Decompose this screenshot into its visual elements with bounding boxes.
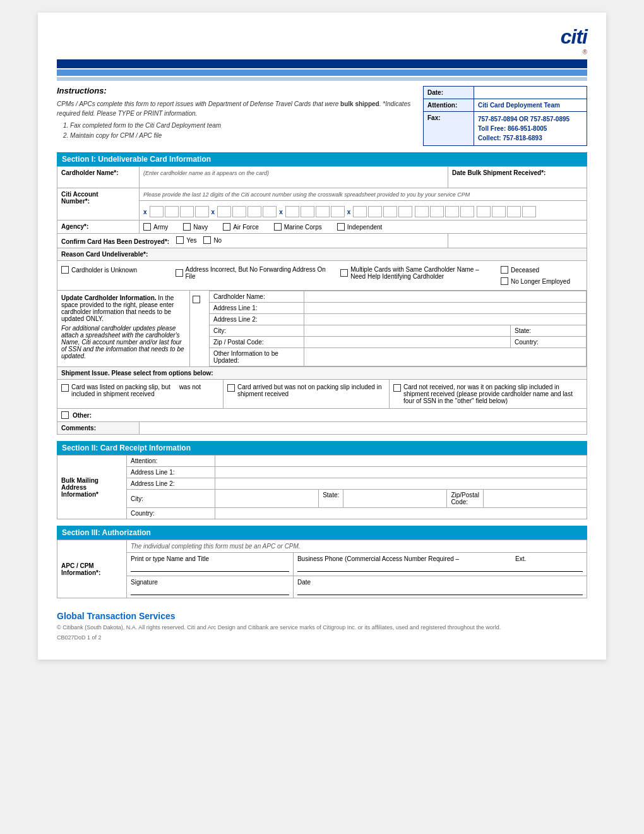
bulk-addr1-value[interactable]: [215, 467, 587, 478]
zip-country-update-row: Zip / Postal Code: Country:: [210, 337, 587, 348]
instructions-title: Instructions:: [57, 86, 417, 95]
confirm-filler: [448, 234, 587, 248]
account-box-13[interactable]: [353, 206, 367, 217]
city-value[interactable]: [304, 325, 510, 336]
phone-value-line[interactable]: [297, 571, 583, 572]
reason-deceased[interactable]: Deceased: [501, 266, 578, 274]
bulk-city-label: City:: [127, 490, 215, 508]
no-option[interactable]: No: [203, 236, 222, 244]
yes-checkbox[interactable]: [176, 236, 184, 244]
update-checkbox[interactable]: [193, 296, 200, 303]
account-box-4[interactable]: [195, 206, 209, 217]
zip-value[interactable]: [304, 337, 510, 348]
date-bulk-input[interactable]: [452, 176, 583, 185]
reason-unknown-checkbox[interactable]: [61, 266, 69, 274]
attention-value: Citi Card Deployment Team: [474, 99, 587, 111]
no-checkbox[interactable]: [203, 236, 211, 244]
reason-address[interactable]: Address Incorrect, But No Forwarding Add…: [176, 266, 330, 280]
reason-nolonger[interactable]: No Longer Employed: [501, 277, 578, 285]
shipment-opt3-checkbox[interactable]: [393, 384, 401, 392]
other-container: Other:: [61, 411, 583, 419]
addr1-value[interactable]: [304, 303, 587, 314]
date-value[interactable]: [474, 87, 587, 99]
reason-unknown[interactable]: Cardholder is Unknown: [61, 266, 164, 274]
account-box-11[interactable]: [316, 206, 330, 217]
section2-header: Section II: Card Receipt Information: [57, 441, 587, 455]
account-box-3[interactable]: [180, 206, 194, 217]
account-box-17[interactable]: [415, 206, 429, 217]
bulk-state-value[interactable]: [343, 490, 446, 507]
other-checkbox[interactable]: [61, 411, 69, 419]
marines-checkbox[interactable]: [274, 223, 282, 231]
yes-option[interactable]: Yes: [176, 236, 196, 244]
other-info-value[interactable]: [304, 348, 587, 366]
other-row: Other:: [57, 409, 587, 422]
account-box-7[interactable]: [247, 206, 261, 217]
cn-label: Cardholder Name:: [210, 291, 304, 303]
account-box-10[interactable]: [301, 206, 314, 217]
account-box-9[interactable]: [285, 206, 299, 217]
cardholder-name-input[interactable]: [143, 176, 444, 185]
account-box-16[interactable]: [398, 206, 412, 217]
navy-checkbox[interactable]: [183, 223, 191, 231]
bulk-addr2-value[interactable]: [215, 478, 587, 490]
reason-multiple-checkbox[interactable]: [340, 269, 348, 277]
auth-date-line[interactable]: [297, 595, 583, 595]
footer-title: Global Transaction Services: [57, 611, 587, 621]
reason-header-cell: Reason Card Undeliverable*:: [57, 248, 587, 261]
account-box-1[interactable]: [150, 206, 164, 217]
shipment-opt1-checkbox[interactable]: [61, 384, 69, 392]
bulk-addr2-row: Address Line 2:: [57, 478, 587, 490]
independent-checkbox[interactable]: [337, 223, 345, 231]
signature-line[interactable]: [131, 595, 289, 595]
shipment-options-container: Card was listed on packing slip, but was…: [57, 380, 587, 408]
account-box-12[interactable]: [331, 206, 345, 217]
airforce-option[interactable]: Air Force: [223, 223, 259, 231]
section1-table: Cardholder Name*: (Enter cardholder name…: [57, 166, 587, 435]
country-label-value: Country:: [510, 337, 586, 348]
marines-option[interactable]: Marine Corps: [274, 223, 322, 231]
section3-table: APC / CPM Information*: The individual c…: [57, 540, 587, 598]
account-box-19[interactable]: [445, 206, 459, 217]
account-box-6[interactable]: [232, 206, 246, 217]
account-boxes-cell: x x x: [140, 201, 587, 221]
comments-value[interactable]: [140, 422, 587, 435]
cn-value[interactable]: [304, 291, 587, 303]
city-state-value: State:: [304, 325, 587, 337]
bulk-city-value[interactable]: [215, 490, 318, 507]
update-checkbox-cell: [190, 291, 209, 366]
city-label: City:: [210, 325, 304, 337]
zip-postal-value[interactable]: [483, 490, 587, 507]
account-box-24[interactable]: [522, 206, 536, 217]
account-box-5[interactable]: [217, 206, 231, 217]
update-description: Update Cardholder Information. In the sp…: [57, 291, 190, 366]
account-box-22[interactable]: [492, 206, 506, 217]
navy-option[interactable]: Navy: [183, 223, 208, 231]
name-title-signature-line[interactable]: [131, 571, 289, 572]
account-box-2[interactable]: [165, 206, 179, 217]
account-box-23[interactable]: [507, 206, 521, 217]
bulk-addr1-label: Address Line 1:: [127, 467, 215, 478]
account-box-8[interactable]: [263, 206, 277, 217]
account-box-14[interactable]: [368, 206, 382, 217]
airforce-checkbox[interactable]: [223, 223, 230, 231]
army-checkbox[interactable]: [143, 223, 151, 231]
account-box-15[interactable]: [383, 206, 397, 217]
comments-label-cell: Comments:: [57, 422, 140, 435]
account-box-21[interactable]: [477, 206, 491, 217]
reason-nolonger-checkbox[interactable]: [501, 277, 508, 285]
shipment-opt2-checkbox[interactable]: [227, 384, 235, 392]
account-box-20[interactable]: [460, 206, 474, 217]
reason-multiple[interactable]: Multiple Cards with Same Cardholder Name…: [340, 266, 489, 280]
attention-field-value[interactable]: [215, 456, 587, 467]
bulk-country-value[interactable]: [215, 508, 587, 519]
army-option[interactable]: Army: [143, 223, 168, 231]
reason-deceased-checkbox[interactable]: [501, 266, 508, 274]
addr2-value[interactable]: [304, 314, 587, 325]
shipment-opt3: Card not received, nor was it on packing…: [390, 380, 587, 408]
account-box-18[interactable]: [430, 206, 444, 217]
independent-option[interactable]: Independent: [337, 223, 383, 231]
reason-address-checkbox[interactable]: [176, 269, 183, 277]
instructions-block: Instructions: CPMs / APCs complete this …: [57, 86, 417, 146]
addr1-update-row: Address Line 1:: [210, 303, 587, 314]
